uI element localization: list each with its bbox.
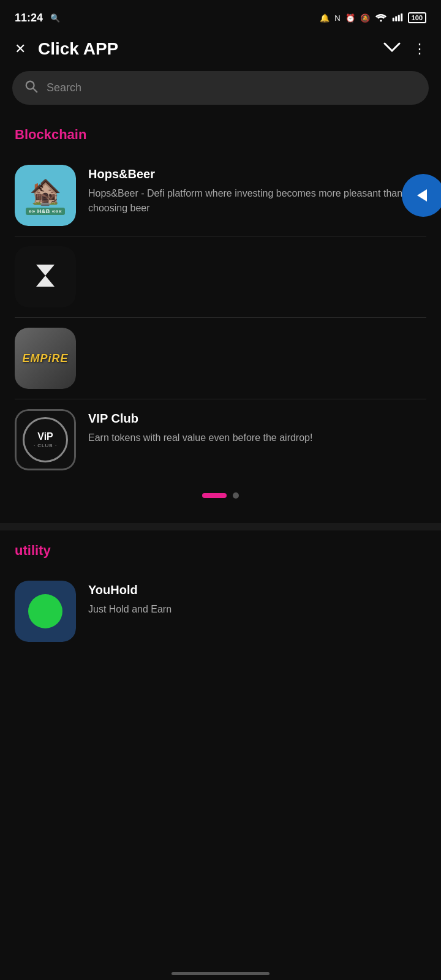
wifi-icon	[375, 12, 387, 24]
home-indicator	[172, 972, 270, 975]
youhold-app-info: YouHold Just Hold and Earn	[88, 581, 426, 617]
page-title: Click APP	[38, 39, 118, 59]
signal-icon	[392, 12, 403, 24]
blockchain-section: Blockchain 🏚️ »» H&B ««« Hops&Beer Hops&…	[0, 117, 441, 517]
svg-rect-4	[401, 13, 402, 21]
alarm-icon: ⏰	[345, 13, 355, 23]
list-item[interactable]: 🏚️ »» H&B ««« Hops&Beer Hops&Beer - Defi…	[15, 155, 426, 236]
svg-point-0	[380, 20, 382, 21]
vip-club-info: VIP Club Earn tokens with real value eve…	[88, 409, 426, 445]
search-icon	[24, 80, 38, 96]
hops-beer-name: Hops&Beer	[88, 167, 426, 181]
carousel-dot-active[interactable]	[202, 493, 227, 498]
carousel-dots	[15, 480, 426, 517]
hourglass-app-icon	[15, 246, 76, 307]
vip-club-name: VIP Club	[88, 412, 426, 426]
youhold-app-name: YouHold	[88, 583, 426, 597]
app-header: ✕ Click APP ⋮	[0, 32, 441, 71]
mute-icon: 🔕	[360, 13, 370, 23]
vip-club-desc: Earn tokens with real value even before …	[88, 431, 426, 445]
status-right: 🔔 N ⏰ 🔕 100	[320, 12, 426, 24]
vip-club-icon: ViP · CLUB ·	[15, 409, 76, 470]
blockchain-section-title: Blockchain	[15, 127, 426, 143]
list-item[interactable]: EMPiRE	[15, 317, 426, 399]
search-placeholder: Search	[47, 81, 81, 94]
empire-app-info	[88, 328, 426, 335]
status-left: 11:24 🔍	[15, 12, 60, 24]
more-options-button[interactable]: ⋮	[413, 41, 426, 57]
svg-line-6	[33, 88, 37, 92]
youhold-app-icon	[15, 581, 76, 642]
notification-icon: 🔔	[320, 13, 330, 23]
utility-section: utility YouHold Just Hold and Earn	[0, 530, 441, 652]
status-time: 11:24	[15, 12, 43, 24]
carousel-dot-inactive[interactable]	[233, 492, 239, 499]
nfc-icon: N	[334, 13, 340, 23]
empire-app-icon: EMPiRE	[15, 328, 76, 389]
header-right: ⋮	[383, 41, 426, 57]
battery-icon: 100	[408, 12, 426, 23]
hourglass-app-info	[88, 246, 426, 254]
bottom-bar	[0, 972, 441, 975]
hops-beer-desc: Hops&Beer - Defi platform where investin…	[88, 186, 426, 216]
chevron-down-icon[interactable]	[383, 41, 401, 57]
youhold-app-desc: Just Hold and Earn	[88, 602, 426, 617]
list-item[interactable]: YouHold Just Hold and Earn	[15, 571, 426, 652]
search-container: Search	[0, 71, 441, 117]
section-divider	[0, 523, 441, 530]
header-left: ✕ Click APP	[15, 39, 118, 59]
status-bar: 11:24 🔍 🔔 N ⏰ 🔕 100	[0, 0, 441, 32]
hops-beer-info: Hops&Beer Hops&Beer - Defi platform wher…	[88, 165, 426, 216]
list-item[interactable]: ViP · CLUB · VIP Club Earn tokens with r…	[15, 399, 426, 480]
list-item[interactable]	[15, 236, 426, 317]
utility-section-title: utility	[15, 543, 426, 559]
hops-beer-icon: 🏚️ »» H&B «««	[15, 165, 76, 226]
close-button[interactable]: ✕	[15, 41, 26, 57]
blue-arrow-icon	[402, 174, 441, 217]
search-bar[interactable]: Search	[12, 71, 429, 105]
svg-rect-2	[395, 16, 397, 21]
svg-rect-1	[392, 17, 394, 21]
search-status-icon: 🔍	[50, 13, 60, 23]
svg-rect-3	[398, 15, 399, 21]
